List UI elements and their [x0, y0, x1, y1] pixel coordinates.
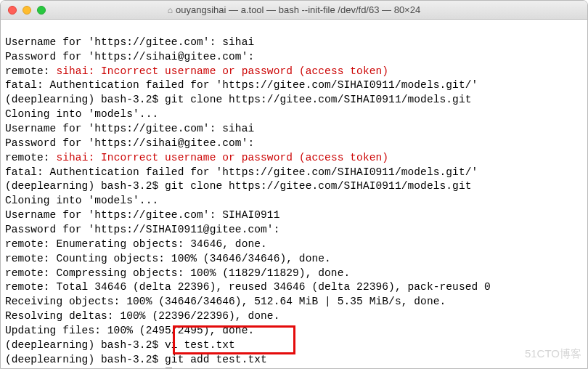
terminal-line: Resolving deltas: 100% (22396/22396), do…: [5, 310, 279, 322]
minimize-icon[interactable]: [23, 6, 31, 15]
terminal-line: Username for 'https://gitee.com': SIHAI0…: [5, 209, 279, 221]
window-titlebar: ⌂ ouyangsihai — a.tool — bash --init-fil…: [1, 1, 587, 20]
zoom-icon[interactable]: [37, 6, 46, 15]
close-icon[interactable]: [8, 6, 17, 15]
error-text: sihai: Incorrect username or password (a…: [56, 152, 388, 163]
terminal-line: Username for 'https://gitee.com': sihai: [5, 123, 254, 134]
terminal-content[interactable]: Username for 'https://gitee.com': sihai …: [1, 20, 587, 369]
home-icon: ⌂: [168, 5, 173, 15]
terminal-line: Cloning into 'models'...: [5, 108, 158, 120]
terminal-line: (deeplearning) bash-3.2$ git add test.tx…: [5, 354, 267, 365]
terminal-line: remote: Total 34646 (delta 22396), reuse…: [5, 281, 491, 293]
window-title: ⌂ ouyangsihai — a.tool — bash --init-fil…: [1, 4, 587, 15]
terminal-line: fatal: Authentication failed for 'https:…: [5, 79, 478, 91]
highlighted-command: git add test.txt: [165, 354, 267, 365]
terminal-line: (deeplearning) bash-3.2$ vi test.txt: [5, 339, 235, 351]
terminal-line: fatal: Authentication failed for 'https:…: [5, 166, 478, 178]
terminal-line: Username for 'https://gitee.com': sihai: [5, 36, 254, 48]
window-title-text: ouyangsihai — a.tool — bash --init-file …: [176, 4, 420, 15]
terminal-line: Password for 'https://sihai@gitee.com':: [5, 51, 261, 62]
terminal-line: remote: Enumerating objects: 34646, done…: [5, 238, 267, 250]
terminal-line: (deeplearning) bash-3.2$ git clone https…: [5, 94, 472, 105]
error-text: sihai: Incorrect username or password (a…: [56, 65, 388, 77]
terminal-line: Password for 'https://sihai@gitee.com':: [5, 137, 261, 149]
terminal-line: remote: sihai: Incorrect username or pas…: [5, 152, 388, 163]
traffic-lights: [8, 6, 46, 15]
terminal-line: remote: Counting objects: 100% (34646/34…: [5, 253, 331, 264]
terminal-line: Receiving objects: 100% (34646/34646), 5…: [5, 296, 446, 307]
prompt: (deeplearning) bash-3.2$: [5, 354, 165, 365]
terminal-line: Password for 'https://SIHAI0911@gitee.co…: [5, 224, 286, 235]
terminal-line: Cloning into 'models'...: [5, 195, 158, 206]
terminal-line: remote: sihai: Incorrect username or pas…: [5, 65, 388, 77]
terminal-line: (deeplearning) bash-3.2$ git clone https…: [5, 180, 472, 192]
terminal-line: remote: Compressing objects: 100% (11829…: [5, 267, 350, 279]
terminal-line: Updating files: 100% (2495/2495), done.: [5, 325, 254, 336]
